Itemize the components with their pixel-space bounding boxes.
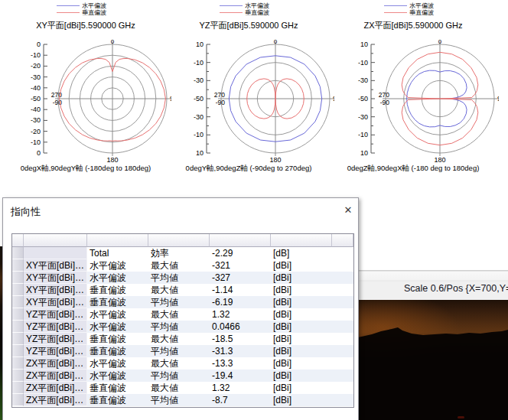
table-row[interactable]: ZX平面[dBi]…垂直偏波平均値-8.7[dBi] xyxy=(12,394,353,406)
table-cell: Total xyxy=(87,247,148,259)
table-cell: 1.32 xyxy=(210,308,271,321)
svg-text:180: 180 xyxy=(434,156,445,162)
polar-chart-zx: 10-10-30-50-30-1010090180270-90 xyxy=(327,40,499,162)
table-row[interactable]: XY平面[dBi]…水平偏波最大値-321[dBi] xyxy=(12,259,353,272)
row-header-cell xyxy=(12,247,24,259)
table-cell: -31.3 xyxy=(210,345,271,357)
horizontal-polarization-line-swatch xyxy=(384,5,407,6)
filler-cell xyxy=(332,333,353,345)
table-cell: [dBi] xyxy=(271,284,332,296)
table-cell: -18.5 xyxy=(210,333,271,345)
table-cell: 垂直偏波 xyxy=(87,345,148,357)
table-row[interactable]: XY平面[dBi]…垂直偏波最大値-1.14[dBi] xyxy=(12,284,353,296)
legend: 水平偏波 垂直偏波 xyxy=(57,2,106,16)
table-cell: 最大値 xyxy=(148,382,210,394)
svg-text:180: 180 xyxy=(106,156,118,162)
table-row[interactable]: YZ平面[dBi]…垂直偏波平均値-31.3[dBi] xyxy=(12,345,353,357)
table-cell: 平均値 xyxy=(148,321,210,333)
desktop: 水平偏波 垂直偏波 XY平面[dBi]5.590000 GHz 0-10-20-… xyxy=(0,0,508,420)
row-header-cell xyxy=(12,272,24,284)
mountain-silhouette xyxy=(358,300,508,420)
status-bar-text: Scale 0.6/Pos {X=700,Y=4 xyxy=(404,283,508,294)
legend-row: 垂直偏波 xyxy=(57,9,106,16)
table-cell: 水平偏波 xyxy=(87,272,148,284)
table-header-cell[interactable] xyxy=(210,234,271,247)
plot-group-yz: 水平偏波 垂直偏波 YZ平面[dBi]5.590000 GHz 10-10-30… xyxy=(163,0,334,177)
svg-text:-10: -10 xyxy=(358,131,368,138)
svg-text:0: 0 xyxy=(111,40,115,45)
svg-text:-90: -90 xyxy=(216,99,226,106)
table-cell: 水平偏波 xyxy=(87,259,148,272)
table-header-cell[interactable] xyxy=(87,234,148,247)
table-cell: 最大値 xyxy=(148,259,210,272)
svg-text:180: 180 xyxy=(269,156,281,162)
filler-cell xyxy=(332,308,353,321)
row-header-cell xyxy=(12,394,24,406)
svg-text:-30: -30 xyxy=(194,113,204,121)
plot-caption-xy: 0degX軸,90degY軸 (-180deg to 180deg) xyxy=(0,164,171,174)
table-header-row xyxy=(12,234,353,247)
directivity-table[interactable]: Total効率-2.29[dB]XY平面[dBi]…水平偏波最大値-321[dB… xyxy=(11,233,354,408)
legend-label-vertical: 垂直偏波 xyxy=(245,9,269,16)
table-row[interactable]: XY平面[dBi]…垂直偏波平均値-6.19[dBi] xyxy=(12,296,353,308)
row-header-cell xyxy=(12,370,24,382)
table-cell: [dBi] xyxy=(271,357,332,370)
svg-text:-10: -10 xyxy=(31,51,41,59)
table-cell: [dBi] xyxy=(271,370,332,382)
svg-text:10: 10 xyxy=(196,149,204,157)
row-header-cell xyxy=(12,382,24,394)
svg-text:-30: -30 xyxy=(358,113,368,121)
filler-cell xyxy=(332,272,353,284)
table-row[interactable]: YZ平面[dBi]…垂直偏波最大値-18.5[dBi] xyxy=(12,333,353,345)
table-cell: [dBi] xyxy=(271,394,332,406)
polar-chart-svg: 10-10-30-50-30-1010090180270-90 xyxy=(327,40,499,162)
table-cell: 水平偏波 xyxy=(87,308,148,321)
plane-label-cell: YZ平面[dBi]… xyxy=(24,308,87,321)
polar-chart-svg: 10-10-30-50-30-1010090180270-90 xyxy=(163,40,334,162)
plot-caption-yz: 0degY軸,90degZ軸 (-90deg to 270deg) xyxy=(163,164,334,174)
svg-text:-10: -10 xyxy=(31,138,41,146)
row-header-cell xyxy=(12,333,24,345)
filler-cell xyxy=(332,259,353,272)
status-bar: Scale 0.6/Pos {X=700,Y=4 xyxy=(348,270,508,300)
filler-cell xyxy=(332,284,353,296)
polar-chart-xy: 0-10-20-30-40-50-40-30-20-100090180270-9… xyxy=(0,40,171,162)
table-row[interactable]: ZX平面[dBi]…水平偏波最大値-13.3[dBi] xyxy=(12,357,353,370)
table-header-cell[interactable] xyxy=(12,234,24,247)
table-row[interactable]: YZ平面[dBi]…水平偏波平均値0.0466[dBi] xyxy=(12,321,353,333)
table-header-cell[interactable] xyxy=(271,234,332,247)
table-row[interactable]: YZ平面[dBi]…水平偏波最大値1.32[dBi] xyxy=(12,308,353,321)
close-icon[interactable]: ✕ xyxy=(340,203,356,218)
table-header-cell[interactable] xyxy=(148,234,210,247)
table-row[interactable]: Total効率-2.29[dB] xyxy=(12,247,353,259)
plot-title-yz: YZ平面[dBi]5.590000 GHz xyxy=(163,20,334,31)
svg-text:0: 0 xyxy=(438,40,442,45)
table-cell: 水平偏波 xyxy=(87,370,148,382)
svg-text:270: 270 xyxy=(214,91,225,99)
svg-text:0: 0 xyxy=(274,40,278,45)
svg-text:-30: -30 xyxy=(358,77,368,84)
svg-text:10: 10 xyxy=(196,41,204,48)
svg-text:90: 90 xyxy=(497,95,499,103)
table-cell: 垂直偏波 xyxy=(87,394,148,406)
table-header-cell[interactable] xyxy=(24,234,87,247)
table-cell: [dBi] xyxy=(271,382,332,394)
table-row[interactable]: ZX平面[dBi]…垂直偏波最大値1.32[dBi] xyxy=(12,382,353,394)
plot-group-zx: 水平偏波 垂直偏波 ZX平面[dBi]5.590000 GHz 10-10-30… xyxy=(327,0,499,177)
table-row[interactable]: ZX平面[dBi]…水平偏波平均値-19.4[dBi] xyxy=(12,370,353,382)
legend-row: 垂直偏波 xyxy=(384,9,434,16)
table-cell: 平均値 xyxy=(148,394,210,406)
table-cell: 0.0466 xyxy=(210,321,271,333)
filler-cell xyxy=(332,321,353,333)
filler-cell xyxy=(332,370,353,382)
legend-row: 垂直偏波 xyxy=(220,9,269,16)
table-row[interactable]: XY平面[dBi]…水平偏波平均値-327[dBi] xyxy=(12,272,353,284)
table-cell: 効率 xyxy=(148,247,210,259)
table-header-cell[interactable] xyxy=(332,234,353,247)
legend-label-horizontal: 水平偏波 xyxy=(245,2,269,9)
svg-text:-50: -50 xyxy=(194,95,204,103)
legend-row: 水平偏波 xyxy=(220,2,269,9)
svg-text:10: 10 xyxy=(360,41,368,48)
table-cell: [dBi] xyxy=(271,333,332,345)
svg-text:-10: -10 xyxy=(194,59,204,67)
